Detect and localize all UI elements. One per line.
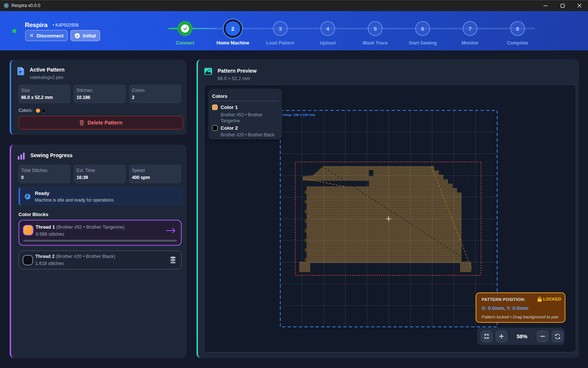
svg-text:Hoop: 100 x 100 mm: Hoop: 100 x 100 mm [283,113,315,117]
